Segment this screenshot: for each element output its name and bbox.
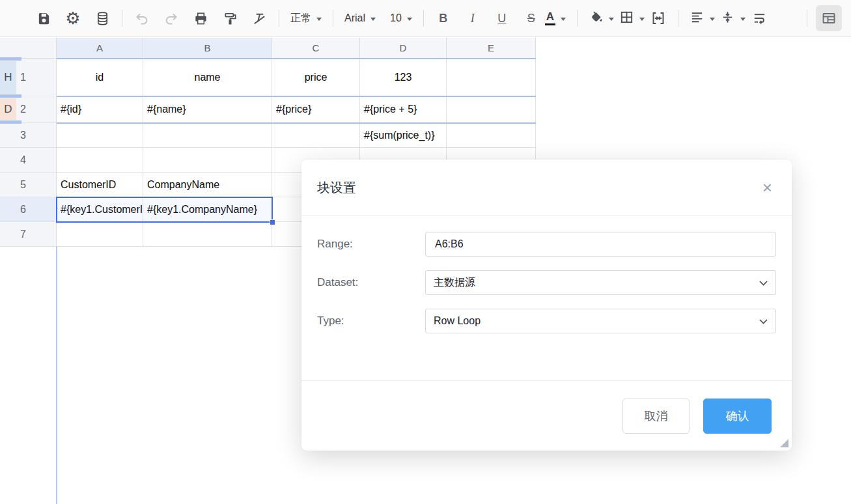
borders-icon (619, 10, 634, 27)
row-header-4[interactable]: 4 (0, 148, 57, 173)
row-header-3[interactable]: 3 (0, 123, 57, 148)
cell-E2[interactable] (447, 96, 536, 123)
clear-format-button[interactable] (248, 6, 270, 31)
cell-A6[interactable]: #{key1.CustomerID} (57, 197, 143, 222)
dialog-header: 块设置 × (301, 160, 792, 216)
cell-B3[interactable] (143, 123, 272, 148)
cell-B4[interactable] (143, 148, 272, 173)
block-boundary-line (57, 96, 536, 97)
cell-style-dropdown[interactable]: 正常 (288, 6, 324, 31)
cell-B5[interactable]: CompanyName (143, 173, 272, 197)
strikethrough-icon: S (527, 12, 535, 24)
cell-A3[interactable] (57, 123, 143, 148)
cell-C1[interactable]: price (272, 59, 360, 96)
underline-icon: U (497, 12, 506, 24)
text-wrap-icon (752, 11, 767, 26)
type-select[interactable]: Row Loop (425, 309, 776, 333)
cell-B2[interactable]: #{name} (143, 96, 272, 123)
cell-B6[interactable]: #{key1.CompanyName} (143, 197, 272, 222)
toolbar-separator (807, 10, 807, 27)
cell-D3[interactable]: #{sum(price_t)} (360, 123, 447, 148)
cell-A1[interactable]: id (57, 59, 143, 96)
chevron-down-icon (561, 18, 566, 21)
cell-D2[interactable]: #{price + 5} (360, 96, 447, 123)
cell-A5[interactable]: CustomerID (57, 173, 143, 197)
block-settings-toggle-button[interactable] (816, 5, 842, 31)
row-header-6[interactable]: 6 (0, 197, 57, 222)
underline-button[interactable]: U (491, 6, 513, 31)
column-header-d[interactable]: D (360, 38, 447, 59)
datasource-button[interactable] (91, 6, 113, 31)
cell-C2[interactable]: #{price} (272, 96, 360, 123)
merge-cells-icon (650, 10, 666, 26)
bold-icon: B (439, 12, 447, 24)
dataset-label: Dataset: (317, 276, 425, 289)
column-header-b[interactable]: B (143, 38, 272, 59)
cell-E3[interactable] (447, 123, 536, 148)
chevron-down-icon (710, 18, 715, 21)
row-header-5[interactable]: 5 (0, 173, 57, 197)
cancel-button[interactable]: 取消 (622, 399, 690, 434)
font-family-value: Arial (344, 12, 365, 24)
cell-B7[interactable] (143, 222, 272, 247)
dataset-select[interactable]: 主数据源 (425, 270, 776, 295)
font-family-dropdown[interactable]: Arial (342, 6, 378, 31)
borders-dropdown[interactable] (617, 6, 647, 31)
cell-style-value: 正常 (290, 12, 311, 25)
sheet-corner[interactable] (0, 38, 57, 59)
cell-E1[interactable] (447, 59, 536, 96)
range-label: Range: (317, 238, 425, 251)
cell-A2[interactable]: #{id} (57, 96, 143, 123)
cell-D1[interactable]: 123 (360, 59, 447, 96)
cell-A7[interactable] (57, 222, 143, 247)
row-header-7[interactable]: 7 (0, 222, 57, 247)
font-color-dropdown[interactable]: A (542, 6, 568, 31)
font-size-dropdown[interactable]: 10 (387, 6, 415, 31)
close-icon[interactable]: × (762, 179, 772, 196)
table-icon (821, 10, 837, 26)
font-size-value: 10 (390, 12, 402, 24)
settings-button[interactable]: ⚙ (62, 6, 84, 31)
block-marker-data[interactable]: D (0, 98, 16, 120)
confirm-button[interactable]: 确认 (703, 399, 772, 434)
redo-button[interactable] (160, 6, 182, 31)
redo-icon (163, 10, 179, 26)
block-boundary-line (57, 122, 536, 124)
toolbar-separator (279, 10, 279, 27)
type-select-value: Row Loop (434, 315, 481, 327)
cell-A4[interactable] (57, 148, 143, 173)
range-input[interactable] (425, 232, 776, 257)
format-painter-button[interactable] (219, 6, 241, 31)
resize-handle[interactable] (780, 439, 788, 447)
dialog-footer: 取消 确认 (301, 380, 792, 451)
text-wrap-button[interactable] (748, 6, 770, 31)
column-header-a[interactable]: A (57, 38, 143, 59)
sheet-left-edge-line (56, 247, 57, 504)
toolbar-separator (577, 10, 578, 27)
paint-bucket-icon (589, 10, 604, 27)
horizontal-align-dropdown[interactable] (687, 6, 718, 31)
toolbar-separator (678, 10, 678, 27)
strikethrough-button[interactable]: S (520, 6, 542, 31)
align-left-icon (690, 10, 705, 27)
column-header-e[interactable]: E (447, 38, 536, 59)
italic-icon: I (471, 12, 475, 24)
column-header-c[interactable]: C (272, 38, 360, 59)
fill-handle[interactable] (270, 219, 275, 225)
toolbar-separator (333, 10, 333, 27)
cell-C3[interactable] (272, 123, 360, 148)
italic-button[interactable]: I (462, 6, 484, 31)
fill-color-dropdown[interactable] (586, 6, 617, 31)
paint-roller-icon (223, 11, 238, 26)
cell-B1[interactable]: name (143, 59, 272, 96)
bold-button[interactable]: B (432, 6, 454, 31)
printer-icon (193, 11, 208, 26)
vertical-align-dropdown[interactable] (718, 6, 748, 31)
merge-cells-button[interactable] (647, 6, 669, 31)
undo-button[interactable] (131, 6, 153, 31)
block-marker-header[interactable]: H (0, 61, 16, 94)
save-button[interactable] (33, 6, 55, 31)
print-button[interactable] (189, 6, 212, 31)
block-boundary-line (57, 58, 536, 59)
type-field-row: Type: Row Loop (317, 309, 776, 333)
